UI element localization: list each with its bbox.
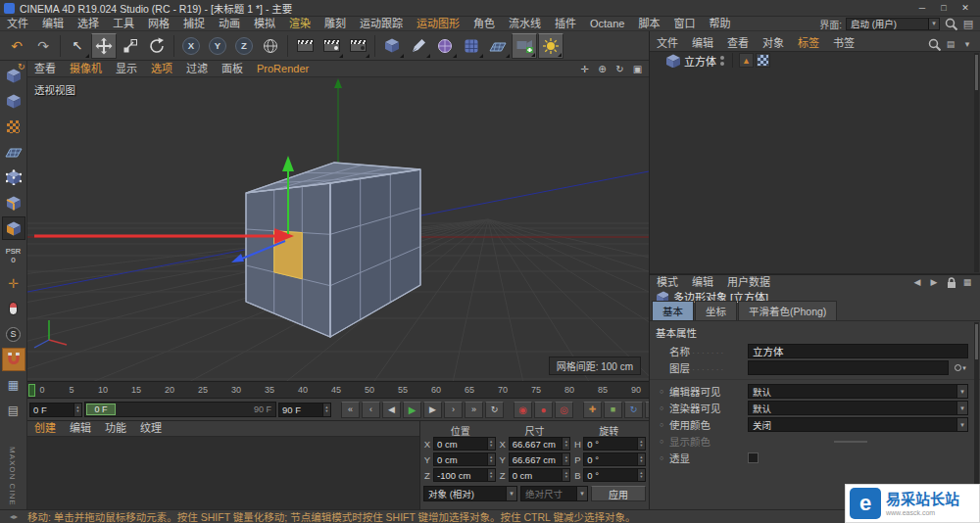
anim-dot-icon[interactable]: ○ — [658, 454, 665, 461]
previous-frame-button[interactable]: ◀ — [382, 402, 401, 418]
position-y-field[interactable]: 0 cm▴▾ — [433, 452, 496, 466]
current-frame-field[interactable]: 0 F ▴▾ — [29, 403, 82, 417]
add-floor-icon[interactable] — [485, 33, 511, 59]
add-subdivision-icon[interactable] — [432, 33, 458, 59]
menu-item[interactable]: 运动跟踪 — [353, 17, 410, 31]
render-visible-select[interactable]: 默认▾ — [748, 401, 968, 415]
xray-checkbox[interactable] — [748, 452, 759, 463]
size-x-field[interactable]: 66.667 cm▴▾ — [509, 437, 571, 451]
layer-field[interactable] — [748, 360, 949, 375]
coordinate-system-icon[interactable] — [258, 33, 283, 59]
previous-key-button[interactable]: ‹ — [362, 402, 380, 418]
make-editable-icon[interactable]: ↻ — [2, 64, 25, 87]
stepper-icon[interactable]: ▴▾ — [562, 469, 569, 481]
rotate-tool-icon[interactable] — [144, 33, 170, 59]
layout-icon[interactable]: ▤ — [961, 18, 975, 30]
viewport-menu-item[interactable]: 显示 — [109, 62, 144, 76]
editor-visible-select[interactable]: 默认▾ — [748, 384, 968, 399]
render-picture-viewer-icon[interactable] — [318, 33, 344, 59]
record-keyframe-button[interactable]: ◉ — [514, 402, 532, 418]
add-spline-icon[interactable] — [406, 33, 431, 59]
viewport-menu-item[interactable]: 查看 — [27, 62, 63, 76]
rotation-h-field[interactable]: 0 °▴▾ — [583, 437, 646, 451]
tab-phong[interactable]: 平滑着色(Phong) — [738, 301, 837, 320]
stepper-icon[interactable]: ▴▾ — [562, 438, 569, 450]
stepper-icon[interactable]: ▴▾ — [562, 453, 569, 465]
pan-view-icon[interactable]: ✛ — [577, 64, 592, 74]
menu-item[interactable]: 渲染 — [282, 17, 318, 31]
grid-icon[interactable]: ▦ — [960, 277, 974, 287]
material-menu-item[interactable]: 纹理 — [133, 421, 169, 436]
workplane-mode-icon[interactable] — [2, 140, 25, 164]
render-view-icon[interactable] — [292, 33, 318, 59]
viewport-canvas[interactable]: 透视视图 网格间距: 100 cm — [27, 77, 649, 381]
autokey-button[interactable]: ● — [534, 402, 553, 418]
history-back-icon[interactable]: ◀ — [910, 277, 924, 287]
size-y-field[interactable]: 66.667 cm▴▾ — [509, 452, 571, 466]
menu-item[interactable]: Octane — [583, 17, 631, 31]
stepper-icon[interactable]: ▴▾ — [487, 469, 495, 481]
section-basic-properties[interactable]: 基本属性 — [650, 323, 980, 343]
add-light-icon[interactable] — [538, 33, 564, 59]
search-icon[interactable] — [927, 37, 941, 51]
object-manager-menu-item[interactable]: 对象 — [756, 36, 791, 51]
viewport-menu-item[interactable]: ProRender — [250, 62, 316, 76]
object-manager-menu-item[interactable]: 标签 — [791, 36, 826, 51]
menu-item[interactable]: 插件 — [548, 17, 583, 31]
minimize-button[interactable]: ─ — [911, 0, 933, 16]
workplane-lock-icon[interactable]: ▦ — [2, 373, 25, 397]
add-cube-icon[interactable] — [379, 33, 405, 59]
menu-item[interactable]: 脚本 — [631, 17, 666, 31]
z-axis-lock-button[interactable]: Z — [231, 33, 257, 59]
menu-item[interactable]: 编辑 — [35, 17, 71, 31]
rotation-p-field[interactable]: 0 °▴▾ — [583, 452, 646, 466]
menu-item[interactable]: 帮助 — [702, 17, 737, 31]
lock-icon[interactable] — [944, 275, 957, 289]
stepper-icon[interactable]: ▴▾ — [487, 453, 495, 465]
object-manager-menu-item[interactable]: 书签 — [826, 36, 861, 51]
loop-button[interactable]: ↻ — [485, 402, 504, 418]
attribute-manager-menu-item[interactable]: 编辑 — [685, 275, 720, 290]
close-button[interactable]: ✕ — [955, 0, 976, 16]
object-manager-menu-item[interactable]: 文件 — [650, 36, 685, 51]
object-name-field[interactable]: 立方体 — [748, 344, 968, 358]
texture-mode-icon[interactable] — [2, 115, 25, 138]
zoom-view-icon[interactable]: ⊕ — [595, 64, 610, 74]
size-mode-select[interactable]: 绝对尺寸▾ — [520, 486, 588, 501]
menu-item[interactable]: 工具 — [106, 17, 141, 31]
object-manager-menu-item[interactable]: 编辑 — [685, 36, 720, 51]
stepper-icon[interactable]: ▴▾ — [637, 469, 645, 481]
add-deformer-icon[interactable] — [459, 33, 484, 59]
transform-mode-select[interactable]: 对象 (相对)▾ — [423, 486, 517, 501]
x-axis-lock-button[interactable]: X — [178, 33, 204, 59]
visibility-toggles[interactable] — [720, 56, 724, 66]
key-scale-toggle[interactable]: ■ — [604, 402, 622, 418]
solo-mode-icon[interactable]: S — [2, 322, 25, 346]
end-frame-field[interactable]: 90 F ▴▾ — [278, 403, 331, 417]
search-icon[interactable] — [944, 17, 957, 31]
anim-dot-icon[interactable]: ○ — [658, 404, 665, 411]
stepper-icon[interactable]: ▴▾ — [637, 453, 645, 465]
model-mode-icon[interactable] — [2, 89, 25, 113]
menu-item[interactable]: 文件 — [0, 17, 35, 31]
viewport-menu-item[interactable]: 过滤 — [179, 62, 215, 76]
editor-visibility-dot[interactable] — [720, 56, 724, 60]
add-camera-icon[interactable] — [512, 33, 537, 59]
position-z-field[interactable]: -100 cm▴▾ — [433, 468, 496, 482]
position-x-field[interactable]: 0 cm▴▾ — [433, 437, 496, 451]
move-tool-icon[interactable] — [91, 33, 117, 59]
menu-item[interactable]: 窗口 — [666, 17, 702, 31]
object-name[interactable]: 立方体 — [684, 53, 716, 69]
edges-mode-icon[interactable] — [2, 191, 25, 214]
use-color-select[interactable]: 关闭▾ — [748, 417, 968, 432]
power-slider[interactable]: 0 F 90 F — [84, 402, 276, 417]
object-manager-scrollbar[interactable] — [974, 53, 979, 272]
play-button[interactable]: ▶ — [403, 402, 421, 418]
menu-item[interactable]: 动画 — [212, 17, 247, 31]
scale-tool-icon[interactable] — [118, 33, 143, 59]
psr-indicator[interactable]: PSR0 — [2, 242, 25, 269]
polygons-mode-icon[interactable] — [2, 216, 25, 240]
maximize-button[interactable]: □ — [933, 0, 955, 16]
layout-icon[interactable]: ▤ — [944, 39, 957, 49]
layer-browser-icon[interactable]: ▾ — [953, 360, 968, 375]
